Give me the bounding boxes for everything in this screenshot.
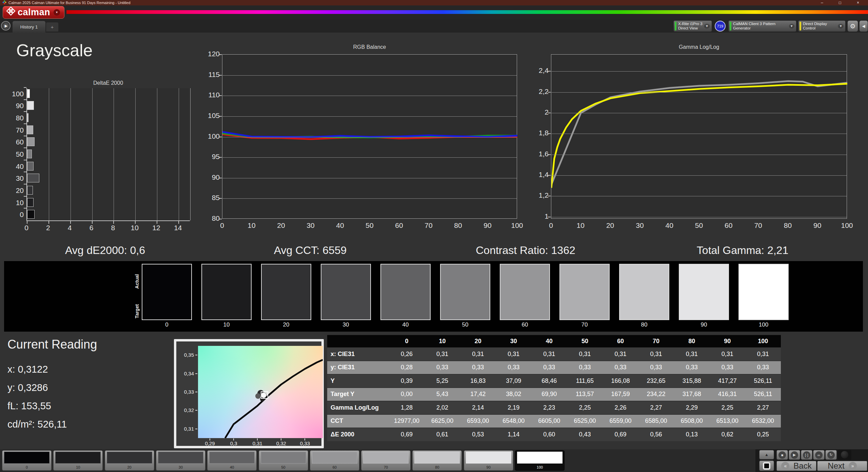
transport-play-icon[interactable]: ▶ — [789, 450, 800, 460]
meter-label-line2: Direct View — [678, 26, 698, 30]
xtick-label: 60 — [391, 221, 408, 230]
calman-caret-icon[interactable]: ▼ — [54, 9, 60, 16]
meter-status-indicator — [675, 22, 676, 31]
cell: 0,69 — [389, 428, 425, 441]
row-label: x: CIE31 — [327, 348, 389, 361]
deltae-xtick-label: 0 — [18, 224, 35, 232]
strip-swatch-label: 70 — [559, 321, 610, 328]
pattern-level-button-70[interactable]: 70 — [361, 450, 411, 471]
calman-menu-button[interactable]: calman ▼ — [3, 6, 64, 19]
deltae-xtick — [92, 221, 93, 224]
pattern-level-label: 50 — [259, 465, 308, 469]
gridline — [551, 134, 847, 134]
add-tab-button[interactable]: + — [46, 22, 58, 32]
collapse-panel-icon[interactable]: ◀ — [859, 20, 868, 32]
display-control-dropdown[interactable]: Direct Display Control ▼ — [798, 20, 846, 32]
gear-icon[interactable]: ⚙ — [847, 20, 858, 32]
pattern-fill — [517, 452, 563, 464]
cell: 0,33 — [745, 361, 781, 374]
ytick-label: 2 — [532, 108, 549, 116]
deltae-bar-60 — [27, 137, 35, 146]
deltae-bar-10 — [27, 198, 34, 207]
row-label: ΔE 2000 — [327, 428, 389, 441]
strip-swatch-10 — [201, 264, 252, 320]
cell: 6605,00 — [531, 415, 567, 428]
ytick-label: 1,4 — [532, 171, 549, 179]
transport-loop-icon[interactable]: ↻ — [825, 450, 837, 460]
calman-logo-text: calman — [18, 7, 50, 18]
cell: 0,31 — [567, 348, 603, 361]
pattern-generator-dropdown[interactable]: CalMAN Client 3 Pattern Generator ▼ — [728, 20, 796, 32]
pattern-level-label: 60 — [310, 465, 359, 469]
series-blue — [222, 132, 517, 137]
strip-swatch-label: 60 — [500, 321, 550, 328]
table-header-empty — [327, 335, 389, 347]
strip-swatch-label: 80 — [619, 321, 669, 328]
maximize-button[interactable]: □ — [839, 0, 841, 5]
cie-ytick — [195, 429, 197, 429]
tab-history-1[interactable]: History 1 — [13, 21, 45, 33]
next-button[interactable]: Next » — [817, 461, 867, 471]
reading-cdm: cd/m²: 526,11 — [7, 419, 67, 430]
strip-swatch-label: 40 — [380, 321, 431, 328]
strip-swatch-label: 20 — [261, 321, 311, 328]
xtick-label: 0 — [542, 221, 559, 230]
deltae-gridline — [92, 88, 93, 220]
transport-pattern-window-icon[interactable]: [·] — [801, 450, 812, 460]
pattern-level-button-60[interactable]: 60 — [310, 450, 359, 471]
gridline — [551, 71, 847, 72]
cie-xtick-label: 0,3 — [225, 440, 242, 446]
cell: 2,25 — [710, 401, 745, 414]
deltae-ytick — [24, 136, 26, 136]
table-row-xCIE31: x: CIE310,260,310,310,310,310,310,310,31… — [327, 347, 781, 361]
pattern-level-button-40[interactable]: 40 — [207, 450, 257, 471]
strip-swatch-70 — [559, 264, 610, 320]
gridline — [551, 217, 847, 217]
close-button[interactable]: × — [857, 0, 859, 5]
back-label: Back — [793, 461, 811, 471]
cell: 0,31 — [425, 348, 460, 361]
pattern-level-button-90[interactable]: 90 — [464, 450, 513, 471]
deltae-bar-20 — [27, 186, 33, 195]
rgb-chart-title: RGB Balance — [222, 44, 517, 50]
cell: 6525,00 — [567, 415, 603, 428]
strip-swatch-0 — [142, 264, 192, 320]
back-button[interactable]: « Back — [776, 461, 816, 471]
deltae-ytick-label: 60 — [7, 138, 24, 146]
cell: 6513,00 — [710, 415, 745, 428]
cell: 0,53 — [460, 428, 496, 441]
deltae-xtick — [70, 221, 71, 224]
deltae-xtick — [135, 221, 136, 224]
stop-pattern-button[interactable] — [759, 460, 774, 471]
ytick-label: 1,2 — [532, 191, 549, 199]
ytick-label: 2,2 — [532, 87, 549, 96]
marker-dot-1 — [255, 393, 261, 399]
pattern-level-button-50[interactable]: 50 — [259, 450, 308, 471]
deltae-gridline — [157, 88, 157, 220]
transport-continuous-icon[interactable]: ∞ — [813, 450, 825, 460]
pattern-level-button-0[interactable]: 0 — [2, 450, 52, 471]
run-button[interactable]: ▶ — [1, 21, 11, 31]
cell: 69,90 — [531, 388, 567, 401]
xtick-label: 60 — [720, 221, 737, 230]
cie-xtick — [281, 438, 281, 440]
cie-ytick-label: 0,33 — [179, 389, 194, 395]
meter-count-badge[interactable]: 719 — [715, 21, 726, 32]
cell: 6593,00 — [460, 415, 496, 428]
pattern-level-button-100[interactable]: 100 — [515, 450, 565, 471]
tab-bar: ▶ History 1 + X-Rite i1Pro 3 Direct View… — [0, 20, 868, 33]
cie-ytick-label: 0,32 — [179, 407, 194, 413]
table-header-10: 10 — [425, 335, 460, 347]
pattern-level-button-80[interactable]: 80 — [412, 450, 462, 471]
minimize-button[interactable]: – — [821, 0, 823, 5]
pattern-level-button-10[interactable]: 10 — [53, 450, 103, 471]
deltae-xtick-label: 14 — [170, 224, 186, 232]
transport-stop-icon[interactable]: ■ — [776, 450, 788, 460]
cell: 0,62 — [710, 428, 745, 441]
pattern-level-button-30[interactable]: 30 — [156, 450, 205, 471]
meter-dropdown[interactable]: X-Rite i1Pro 3 Direct View ▼ — [673, 20, 712, 32]
up-arrow-button[interactable]: ▲ — [759, 450, 774, 459]
deltae-ytick — [24, 87, 26, 88]
pattern-level-button-20[interactable]: 20 — [105, 450, 154, 471]
xtick-label: 40 — [332, 221, 349, 230]
